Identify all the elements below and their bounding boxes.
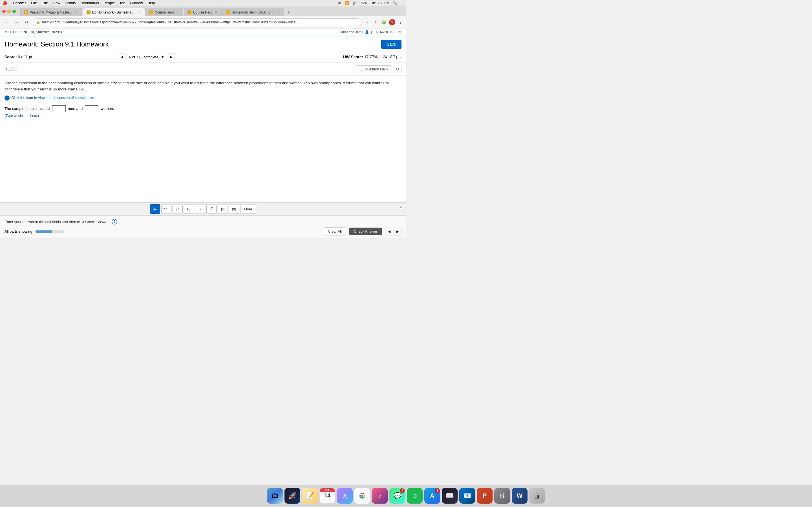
- question-counter[interactable]: 6 of 7 (5 complete) ▼: [126, 54, 167, 60]
- page-content: MATH 1635-NET10, Statistics, 2020SU Sume…: [0, 29, 406, 238]
- menubar-right: ⌘ 📶 🔊 75% Tue 3:38 PM 🔍 ⋮: [338, 1, 404, 5]
- new-tab-button[interactable]: +: [285, 8, 293, 16]
- tab-1-close[interactable]: ×: [75, 10, 79, 14]
- tab-4-close[interactable]: ×: [214, 10, 218, 14]
- toolbar-close-button[interactable]: ×: [398, 204, 404, 210]
- apple-menu[interactable]: 🍎: [2, 1, 7, 5]
- menu-file[interactable]: File: [31, 1, 37, 5]
- menu-history[interactable]: History: [64, 1, 76, 5]
- url-text: mathxl.com/Student/PlayerHomework.aspx?h…: [42, 20, 299, 24]
- tab-1-favicon: P: [24, 10, 28, 14]
- answer-instructions-row: Enter your answer in the edit fields and…: [4, 219, 402, 224]
- answer-text-1: The sample should include: [4, 106, 50, 112]
- men-input[interactable]: [52, 105, 66, 112]
- score-bar: Score: 0 of 1 pt ◀ 6 of 7 (5 complete) ▼…: [0, 51, 406, 63]
- forward-button[interactable]: →: [12, 18, 20, 26]
- svg-text:b: b: [189, 209, 190, 211]
- dropdown-arrow-icon: ▼: [161, 55, 164, 59]
- menu-help[interactable]: Help: [147, 1, 155, 5]
- tab-5-favicon: H: [226, 10, 230, 14]
- volume-icon: 🔊: [352, 1, 357, 5]
- women-input[interactable]: [85, 105, 98, 112]
- abs-icon: |a|: [221, 207, 225, 211]
- user-name: Sumeeha Jamil: [340, 30, 363, 34]
- siri-icon[interactable]: ⋮: [400, 1, 404, 5]
- tab-4[interactable]: C Course Hero ×: [184, 8, 221, 16]
- tab-5-close[interactable]: ×: [276, 10, 281, 14]
- progress-bar: [36, 230, 64, 233]
- tab-3-close[interactable]: ×: [175, 10, 180, 14]
- tab-1[interactable]: P Pearson's MyLab & Mastering ... ×: [20, 8, 82, 16]
- tab-2-close[interactable]: ×: [137, 10, 141, 14]
- tab-5[interactable]: H Homework Help - Q&A from ... ×: [222, 8, 284, 16]
- menu-bookmarks[interactable]: Bookmarks: [81, 1, 99, 5]
- math-btn-4[interactable]: a b: [184, 204, 194, 214]
- tab-4-label: Course Hero: [193, 10, 212, 14]
- info-link-row[interactable]: i Click the icon to view the discussion …: [4, 95, 402, 101]
- svg-text:c: c: [166, 210, 167, 211]
- svg-text:b: b: [166, 207, 167, 209]
- refresh-button[interactable]: ↻: [22, 18, 31, 26]
- progress-bar-fill: [36, 230, 52, 233]
- svg-text:a: a: [154, 207, 155, 209]
- question-body: Use the expression in the accompanying d…: [0, 75, 406, 123]
- prev-next-buttons: ◀ ▶: [385, 228, 402, 235]
- prev-answer-button[interactable]: ◀: [385, 228, 393, 235]
- math-more-button[interactable]: More: [240, 204, 256, 214]
- help-circle-button[interactable]: ?: [112, 219, 117, 224]
- math-btn-2[interactable]: a b c: [161, 204, 171, 214]
- save-button[interactable]: Save: [381, 40, 402, 49]
- menu-view[interactable]: View: [52, 1, 60, 5]
- search-icon[interactable]: 🔍: [393, 1, 397, 5]
- tab-1-label: Pearson's MyLab & Mastering ...: [30, 10, 73, 14]
- answer-bar: Enter your answer in the edit fields and…: [0, 216, 406, 238]
- question-help-button[interactable]: ☰ Question Help: [356, 65, 391, 73]
- svg-text:a: a: [163, 207, 165, 210]
- math-btn-cbrt[interactable]: ∛: [206, 204, 216, 214]
- minimize-window-button[interactable]: [7, 10, 11, 13]
- user-datetime: Sumeeha Jamil 👤 | 07/14/20 3:38 PM: [340, 30, 402, 34]
- settings-button[interactable]: ⚙: [394, 65, 402, 73]
- math-btn-sqrt[interactable]: √: [195, 204, 205, 214]
- menu-chrome[interactable]: Chrome: [13, 1, 27, 5]
- next-question-button[interactable]: ▶: [168, 54, 175, 60]
- maximize-window-button[interactable]: [12, 10, 16, 13]
- extension-2-button[interactable]: 🧩: [380, 19, 388, 25]
- svg-text:a: a: [175, 208, 177, 211]
- page-datetime: 07/14/20 3:38 PM: [375, 30, 402, 34]
- gear-icon: ⚙: [396, 67, 400, 71]
- all-parts-label: All parts showing: [4, 229, 32, 233]
- menu-dots-button[interactable]: ⋮: [397, 19, 404, 25]
- hw-score-display: HW Score: 17.77%, 1.24 of 7 pts: [343, 55, 402, 59]
- menu-edit[interactable]: Edit: [42, 1, 48, 5]
- tab-2[interactable]: D Do Homework - Sumeeha Jam... ×: [83, 8, 145, 16]
- browser-chrome: P Pearson's MyLab & Mastering ... × D Do…: [0, 6, 406, 29]
- clear-all-button[interactable]: Clear All: [324, 227, 346, 235]
- check-answer-button[interactable]: Check Answer: [349, 228, 382, 235]
- tab-3-favicon: C: [149, 10, 153, 14]
- question-help-label: Question Help: [364, 67, 388, 71]
- tab-3[interactable]: C Course Hero ×: [146, 8, 183, 16]
- profile-button[interactable]: S: [389, 19, 395, 25]
- math-btn-abs[interactable]: |a|: [218, 204, 228, 214]
- math-btn-3[interactable]: a b: [172, 204, 183, 214]
- svg-text:b: b: [178, 207, 179, 209]
- course-info: MATH 1635-NET10, Statistics, 2020SU: [4, 30, 63, 34]
- bookmark-star-button[interactable]: ☆: [364, 19, 370, 25]
- prev-question-button[interactable]: ◀: [119, 54, 125, 60]
- svg-text:a: a: [187, 207, 189, 210]
- tab-4-favicon: C: [188, 10, 192, 14]
- math-toolbar: a b a b c a b a b √: [0, 202, 406, 216]
- menu-window[interactable]: Window: [130, 1, 143, 5]
- info-icon: i: [4, 96, 10, 101]
- address-bar[interactable]: 🔒 mathxl.com/Student/PlayerHomework.aspx…: [33, 18, 361, 26]
- svg-text:b: b: [154, 210, 155, 212]
- close-window-button[interactable]: [2, 10, 6, 13]
- menu-tab[interactable]: Tab: [119, 1, 125, 5]
- next-answer-button[interactable]: ▶: [394, 228, 402, 235]
- math-btn-1[interactable]: a b: [150, 204, 160, 214]
- back-button[interactable]: ←: [2, 18, 10, 26]
- extension-1-button[interactable]: 6: [372, 19, 379, 25]
- math-btn-parens[interactable]: (a): [229, 204, 239, 214]
- menu-people[interactable]: People: [103, 1, 115, 5]
